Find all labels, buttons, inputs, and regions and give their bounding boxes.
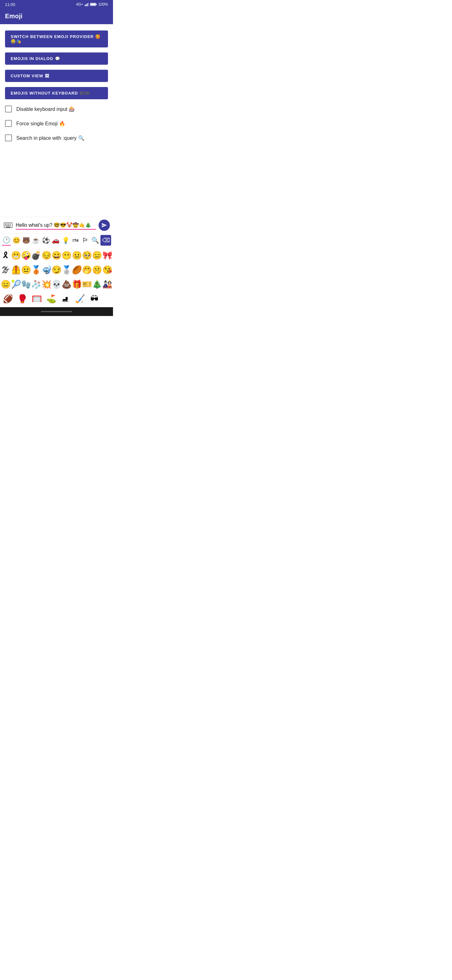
emoji-cell[interactable]: 🤭 (82, 262, 92, 277)
emoji-cell[interactable]: 🧤 (21, 277, 31, 291)
emoji-cell[interactable]: 🎫 (82, 277, 92, 291)
emoji-row-3: 🏈 🥊 🥅 ⛳ ⛸ 🏑 🕶 (1, 291, 113, 306)
emoji-cell[interactable]: 😐 (72, 248, 82, 262)
force-single-emoji-checkbox[interactable] (5, 120, 12, 127)
flags-icon: 🏳 (82, 237, 89, 244)
emojis-no-keyboard-button[interactable]: EMOJIS WITHOUT KEYBOARD 🟰🟰 (5, 87, 108, 99)
emoji-cell[interactable]: 🥺 (82, 248, 92, 262)
message-input[interactable] (16, 221, 96, 230)
battery-text: 100% (98, 2, 108, 6)
send-button[interactable] (98, 220, 110, 231)
emoji-cell[interactable]: 😄 (51, 248, 62, 262)
disable-keyboard-checkbox[interactable] (5, 105, 12, 113)
emoji-cell[interactable]: 😬 (11, 248, 21, 262)
main-content: SWITCH BETWEEN EMOJI PROVIDER 🥰😂🎭 EMOJIS… (0, 24, 113, 217)
category-search[interactable]: 🔍 (91, 235, 100, 245)
emoji-cell[interactable]: 🏉 (72, 262, 82, 277)
status-time: 11:00 (5, 2, 15, 7)
category-recent[interactable]: 🕐 (2, 235, 11, 246)
emoji-cell[interactable]: 🌫 (1, 262, 11, 277)
emoji-cell[interactable]: 🏑 (73, 291, 87, 306)
objects-icon: 💡 (62, 237, 70, 244)
svg-rect-3 (88, 3, 89, 6)
keyboard-toggle-button[interactable] (3, 222, 13, 229)
animals-icon: 🐻 (22, 237, 30, 244)
force-single-emoji-label: Force single Emoji 🔥 (16, 121, 65, 127)
emoji-cell[interactable]: 💣 (31, 248, 41, 262)
emoji-cell[interactable]: ⛸ (59, 291, 73, 306)
svg-rect-8 (5, 224, 6, 224)
emoji-category-bar: 🕐 😊 🐻 ☕ ⚽ 🚗 💡 !?# 🏳 🔍 ⌫ (0, 233, 113, 247)
delete-emoji-button[interactable]: ⌫ (100, 235, 111, 246)
emoji-cell[interactable]: 😶 (62, 248, 71, 262)
svg-rect-12 (5, 225, 6, 226)
emoji-cell[interactable]: 🥅 (30, 291, 44, 306)
category-travel[interactable]: 🚗 (51, 235, 60, 245)
category-food[interactable]: ☕ (32, 235, 41, 245)
emoji-cell[interactable]: 😐 (21, 262, 31, 277)
emoji-cell[interactable]: 🕶 (87, 291, 102, 306)
emoji-cell[interactable]: ⛳ (44, 291, 59, 306)
emoji-cell[interactable]: 😑 (92, 248, 102, 262)
search-in-place-label: Search in place with :query 🔍 (16, 135, 84, 141)
category-symbols[interactable]: !?# (71, 237, 80, 244)
emoji-cell[interactable]: 😏 (51, 262, 62, 277)
emoji-row-1: 🌫 🦺 😐 🥉 🤿 😏 🥈 🏉 🤭 🤫 😘 (1, 262, 113, 277)
svg-rect-0 (85, 5, 86, 6)
delete-icon: ⌫ (102, 237, 110, 244)
emoji-cell[interactable]: 🎁 (72, 277, 82, 291)
svg-rect-10 (8, 224, 9, 224)
smileys-icon: 😊 (13, 237, 21, 244)
signal-icon (84, 2, 89, 6)
checkbox-search-in-place[interactable]: Search in place with :query 🔍 (5, 133, 108, 143)
emoji-cell[interactable]: 😔 (41, 248, 51, 262)
food-icon: ☕ (32, 237, 40, 244)
svg-rect-5 (96, 4, 97, 5)
emoji-cell[interactable]: 🥉 (31, 262, 41, 277)
emoji-cell[interactable]: 💩 (62, 277, 71, 291)
emoji-cell[interactable]: 😑 (1, 277, 11, 291)
svg-rect-13 (6, 225, 8, 226)
emoji-cell[interactable]: 💥 (41, 277, 51, 291)
search-icon: 🔍 (91, 237, 99, 244)
recent-icon: 🕐 (3, 236, 10, 244)
emoji-cell[interactable]: 😘 (102, 262, 113, 277)
category-sports[interactable]: ⚽ (41, 235, 51, 245)
svg-rect-15 (10, 225, 11, 226)
search-in-place-checkbox[interactable] (5, 134, 12, 142)
svg-rect-16 (6, 227, 10, 228)
emojis-dialog-button[interactable]: EMOJIS IN DIALOG 💬 (5, 52, 108, 65)
custom-view-button[interactable]: CUSTOM VIEW 🖼 (5, 70, 108, 82)
input-row (0, 217, 113, 233)
category-flags[interactable]: 🏳 (81, 235, 90, 245)
checkbox-force-single-emoji[interactable]: Force single Emoji 🔥 (5, 119, 108, 128)
svg-rect-6 (90, 3, 96, 6)
category-smileys[interactable]: 😊 (12, 235, 21, 245)
emoji-row-2: 😑 🎾 🧤 🧦 💥 💀 💩 🎁 🎫 🎄 🎎 (1, 277, 113, 291)
emoji-cell[interactable]: 🎗 (1, 248, 11, 262)
svg-rect-2 (87, 3, 87, 6)
emoji-cell[interactable]: 🤿 (41, 262, 51, 277)
send-icon (102, 223, 107, 228)
emoji-cell[interactable]: 🎀 (102, 248, 113, 262)
bottom-nav-pill (41, 311, 72, 312)
emoji-cell[interactable]: 🎎 (102, 277, 113, 291)
emoji-cell[interactable]: 🏈 (1, 291, 15, 306)
signal-text: 4G+ (76, 2, 83, 6)
emoji-cell[interactable]: 🎾 (11, 277, 21, 291)
emoji-cell[interactable]: 🦺 (11, 262, 21, 277)
emoji-cell[interactable]: 🤪 (21, 248, 31, 262)
emoji-cell[interactable]: 🥈 (62, 262, 71, 277)
category-animals[interactable]: 🐻 (22, 235, 31, 245)
category-objects[interactable]: 💡 (61, 235, 70, 245)
emoji-cell[interactable]: 🤫 (92, 262, 102, 277)
checkbox-disable-keyboard[interactable]: Disable keyboard input 🎰 (5, 104, 108, 114)
emoji-cell[interactable]: 🎄 (92, 277, 102, 291)
svg-rect-9 (6, 224, 8, 224)
emoji-cell[interactable]: 💀 (51, 277, 62, 291)
svg-rect-11 (10, 224, 11, 224)
emoji-cell[interactable]: 🥊 (15, 291, 30, 306)
switch-provider-button[interactable]: SWITCH BETWEEN EMOJI PROVIDER 🥰😂🎭 (5, 30, 108, 48)
emoji-cell[interactable]: 🧦 (31, 277, 41, 291)
sports-icon: ⚽ (42, 237, 50, 244)
